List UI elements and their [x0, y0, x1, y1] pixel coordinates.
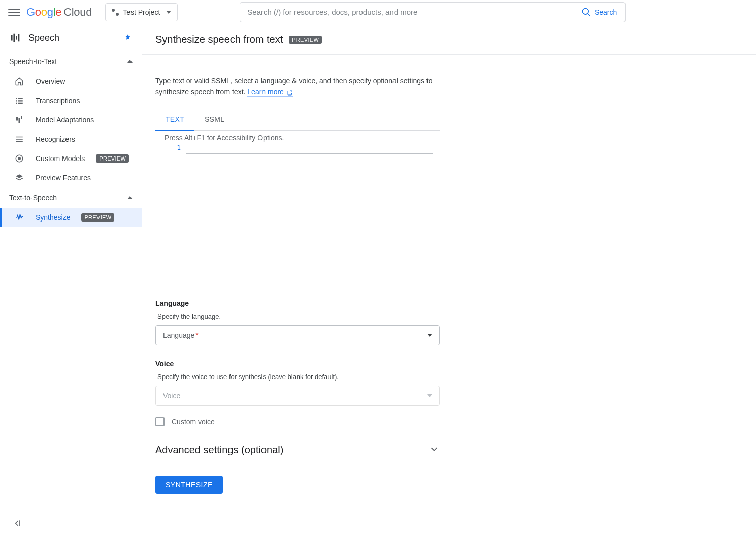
svg-rect-10 [16, 103, 17, 104]
search-button-label: Search [595, 8, 617, 16]
dropdown-arrow-icon [427, 394, 432, 397]
svg-rect-9 [18, 100, 23, 101]
language-help: Specify the language. [157, 312, 586, 320]
editor-line[interactable] [186, 143, 433, 154]
svg-point-0 [582, 8, 588, 14]
sidebar-item-label: Model Adaptations [36, 116, 94, 124]
sidebar-item-label: Custom Models [36, 154, 85, 163]
product-title: Speech [28, 33, 117, 43]
google-cloud-logo[interactable]: Google Cloud [26, 6, 92, 19]
svg-rect-4 [16, 36, 17, 39]
sidebar-item-preview-features[interactable]: Preview Features [0, 168, 142, 187]
svg-rect-6 [16, 98, 17, 99]
synthesize-button[interactable]: SYNTHESIZE [155, 476, 223, 494]
sidebar-item-transcriptions[interactable]: Transcriptions [0, 91, 142, 110]
editor-boundary [433, 143, 433, 285]
custom-voice-checkbox[interactable] [155, 417, 165, 426]
learn-more-link[interactable]: Learn more [247, 88, 292, 97]
text-editor[interactable]: 1 [155, 143, 433, 154]
svg-rect-3 [13, 34, 15, 42]
learn-more-label: Learn more [247, 88, 284, 96]
sidebar-item-label: Transcriptions [36, 97, 80, 105]
dropdown-arrow-icon [427, 334, 432, 337]
svg-rect-13 [19, 118, 20, 123]
preview-badge: PREVIEW [81, 213, 114, 222]
list-icon [14, 96, 24, 105]
caret-down-icon [166, 11, 171, 14]
sidebar-item-label: Preview Features [36, 174, 91, 182]
sidebar-collapse-button[interactable] [12, 518, 22, 531]
chevron-up-icon [127, 196, 133, 199]
sidebar-item-model-adaptations[interactable]: Model Adaptations [0, 110, 142, 130]
voice-heading: Voice [155, 360, 586, 368]
tune-icon [14, 115, 24, 124]
page-header: Synthesize speech from text PREVIEW [142, 24, 756, 55]
sidebar-item-label: Synthesize [36, 213, 70, 222]
home-icon [14, 77, 24, 86]
svg-rect-2 [11, 35, 13, 41]
svg-rect-16 [16, 139, 23, 140]
svg-line-1 [587, 13, 590, 16]
svg-rect-12 [16, 117, 18, 121]
svg-rect-8 [16, 100, 17, 101]
sidebar-item-synthesize[interactable]: Synthesize PREVIEW [0, 208, 142, 227]
sidebar-section-label: Speech-to-Text [9, 57, 57, 66]
wave-icon [14, 213, 24, 222]
voice-select[interactable]: Voice [155, 386, 440, 406]
svg-rect-14 [21, 116, 22, 119]
layers-icon [14, 173, 24, 182]
menu-icon[interactable] [8, 6, 20, 18]
preview-badge: PREVIEW [96, 154, 129, 163]
external-link-icon [287, 90, 293, 96]
sidebar-item-overview[interactable]: Overview [0, 72, 142, 91]
sidebar-item-label: Overview [36, 77, 65, 85]
project-icon [112, 9, 119, 16]
pin-icon[interactable] [124, 34, 132, 42]
page-title: Synthesize speech from text [155, 34, 283, 45]
project-picker[interactable]: Test Project [105, 3, 178, 21]
svg-rect-7 [18, 98, 23, 99]
svg-rect-17 [16, 141, 23, 142]
model-icon [14, 154, 24, 163]
sidebar-section-text-to-speech[interactable]: Text-to-Speech [0, 187, 142, 208]
svg-rect-11 [18, 103, 23, 104]
tab-text[interactable]: TEXT [155, 110, 194, 131]
svg-rect-5 [18, 34, 20, 42]
sidebar-item-label: Recognizers [36, 135, 75, 143]
top-bar: Google Cloud Test Project Search [0, 0, 756, 24]
voice-placeholder: Voice [163, 392, 180, 400]
custom-voice-row[interactable]: Custom voice [155, 417, 586, 426]
input-mode-tabs: TEXT SSML [155, 110, 440, 131]
speech-product-icon [10, 32, 21, 43]
search-button[interactable]: Search [573, 3, 625, 22]
language-select[interactable]: Language * [155, 325, 440, 345]
chevron-up-icon [127, 60, 133, 63]
line-number: 1 [155, 143, 186, 154]
preview-badge: PREVIEW [289, 36, 322, 44]
sidebar-section-speech-to-text[interactable]: Speech-to-Text [0, 51, 142, 72]
custom-voice-label: Custom voice [172, 418, 215, 426]
main-content: Synthesize speech from text PREVIEW Type… [142, 24, 756, 536]
search-icon [581, 7, 591, 17]
lines-icon [14, 135, 24, 144]
accessibility-hint: Press Alt+F1 for Accessibility Options. [165, 134, 586, 142]
sidebar-item-custom-models[interactable]: Custom Models PREVIEW [0, 149, 142, 168]
search-bar: Search [240, 2, 626, 22]
svg-point-19 [18, 157, 21, 160]
voice-help: Specify the voice to use for synthesis (… [157, 373, 586, 381]
tab-ssml[interactable]: SSML [194, 110, 235, 130]
svg-rect-15 [16, 137, 23, 138]
search-input[interactable] [240, 3, 573, 22]
sidebar-section-label: Text-to-Speech [9, 194, 57, 202]
advanced-settings-toggle[interactable]: Advanced settings (optional) [155, 444, 440, 456]
chevron-down-icon [429, 444, 440, 456]
intro-text: Type text or valid SSML, select a langua… [155, 75, 440, 98]
sidebar-item-recognizers[interactable]: Recognizers [0, 130, 142, 149]
language-placeholder: Language [163, 331, 194, 339]
project-name: Test Project [123, 8, 160, 16]
logo-suffix: Cloud [63, 6, 92, 19]
sidebar-header: Speech [0, 24, 142, 51]
language-heading: Language [155, 299, 586, 307]
advanced-settings-heading: Advanced settings (optional) [155, 444, 283, 456]
sidebar: Speech Speech-to-Text Overview Transcrip… [0, 24, 142, 536]
